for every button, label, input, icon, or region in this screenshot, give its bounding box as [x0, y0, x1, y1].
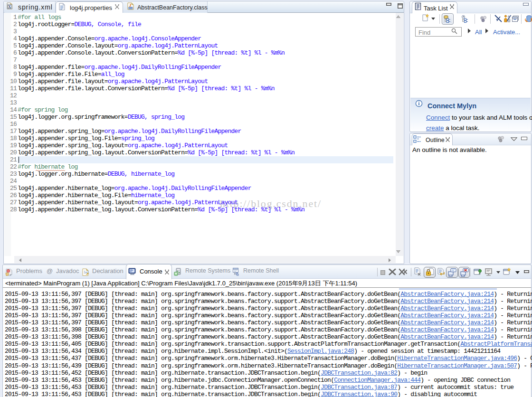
svg-text:010: 010 [129, 7, 133, 9]
svg-text:X: X [8, 5, 11, 9]
svg-text:{e}: {e} [84, 270, 89, 274]
